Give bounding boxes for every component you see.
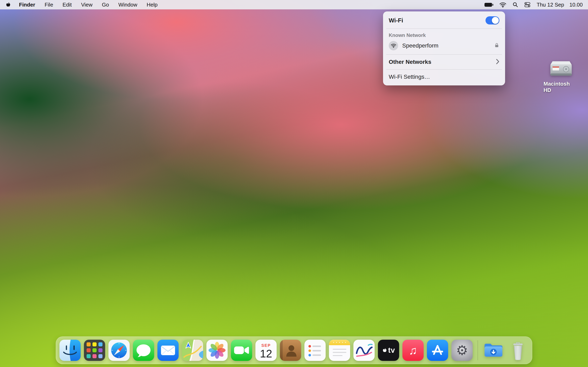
dock-downloads[interactable] (483, 340, 504, 361)
facetime-icon (231, 340, 252, 361)
dock-facetime[interactable] (231, 340, 252, 361)
dock-reminders[interactable] (304, 340, 326, 361)
music-icon: ♫ (402, 340, 424, 361)
finder-icon (60, 340, 81, 361)
dock-freeform[interactable] (354, 340, 375, 361)
wifi-status-icon[interactable] (499, 2, 506, 8)
dock-contacts[interactable] (280, 340, 301, 361)
wifi-panel-title: Wi-Fi (389, 17, 403, 24)
dock-messages[interactable] (133, 340, 154, 361)
menu-bar: Finder File Edit View Go Window Help (0, 0, 588, 9)
control-center-icon[interactable] (524, 2, 530, 8)
wifi-icon (389, 41, 398, 50)
wifi-settings-item[interactable]: Wi-Fi Settings… (383, 71, 505, 83)
photos-icon (207, 340, 228, 361)
volume-label: Macintosh HD (544, 81, 579, 93)
other-networks-row[interactable]: Other Networks (383, 56, 505, 68)
clock-date: Thu 12 Sep (536, 2, 564, 8)
downloads-folder-icon (483, 340, 504, 361)
dock-notes[interactable] (329, 340, 350, 361)
mail-icon (157, 340, 179, 361)
dock-mail[interactable] (157, 340, 179, 361)
macintosh-hd-volume[interactable]: Macintosh HD (544, 59, 579, 93)
apple-menu[interactable] (5, 2, 11, 8)
network-name: Speedperform (402, 42, 438, 49)
menu-window[interactable]: Window (114, 0, 142, 9)
hard-drive-icon (549, 59, 573, 79)
lock-icon (494, 43, 499, 49)
launchpad-icon (84, 340, 105, 361)
trash-icon (507, 340, 528, 361)
dock-launchpad[interactable] (84, 340, 105, 361)
apple-logo-icon (382, 348, 387, 353)
dock-finder[interactable] (60, 340, 81, 361)
music-note-icon: ♫ (409, 344, 417, 357)
known-network-row[interactable]: Speedperform (383, 39, 505, 53)
app-store-icon (427, 340, 448, 361)
calendar-icon: SEP 12 (255, 340, 277, 361)
apple-logo-icon (5, 2, 11, 7)
notes-icon (329, 340, 350, 361)
chevron-right-icon (496, 59, 499, 65)
menu-view[interactable]: View (76, 0, 97, 9)
clock-time: 10.00 (570, 2, 583, 8)
dock-apple-tv[interactable]: tv (378, 340, 399, 361)
divider (386, 54, 502, 55)
calendar-month: SEP (261, 343, 271, 348)
dock-system-settings[interactable]: ⚙ (451, 340, 473, 361)
wifi-toggle[interactable] (485, 16, 499, 25)
dock-safari[interactable] (108, 340, 130, 361)
dock-music[interactable]: ♫ (402, 340, 424, 361)
system-settings-icon: ⚙ (451, 340, 473, 361)
menu-bar-clock[interactable]: Thu 12 Sep 10.00 (536, 2, 583, 8)
apple-tv-icon: tv (378, 340, 399, 361)
dock-maps[interactable] (182, 340, 203, 361)
other-networks-label: Other Networks (389, 59, 432, 65)
gear-icon: ⚙ (456, 343, 468, 357)
dock-calendar[interactable]: SEP 12 (255, 340, 277, 361)
messages-icon (133, 340, 154, 361)
maps-icon (182, 340, 203, 361)
safari-icon (108, 340, 130, 361)
dock-photos[interactable] (207, 340, 228, 361)
dock: SEP 12 (56, 336, 532, 364)
menu-go[interactable]: Go (97, 0, 114, 9)
dock-trash[interactable] (507, 340, 528, 361)
known-network-header: Known Network (383, 30, 505, 39)
wifi-menu-panel: Wi-Fi Known Network Speedperform Other N… (383, 11, 505, 85)
menu-file[interactable]: File (40, 0, 58, 9)
contacts-icon (280, 340, 301, 361)
menu-finder[interactable]: Finder (14, 0, 40, 9)
menu-edit[interactable]: Edit (58, 0, 76, 9)
app-store-a-icon (427, 340, 448, 361)
calendar-day: 12 (260, 348, 272, 359)
wifi-toggle-knob (492, 17, 499, 24)
wifi-settings-label: Wi-Fi Settings… (389, 74, 430, 80)
spotlight-search-icon[interactable] (512, 2, 518, 8)
battery-icon[interactable] (484, 3, 493, 7)
reminders-icon (304, 340, 326, 361)
dock-app-store[interactable] (427, 340, 448, 361)
freeform-icon (354, 340, 375, 361)
tv-label: tv (388, 346, 395, 355)
menu-help[interactable]: Help (142, 0, 162, 9)
dock-divider (477, 340, 478, 360)
